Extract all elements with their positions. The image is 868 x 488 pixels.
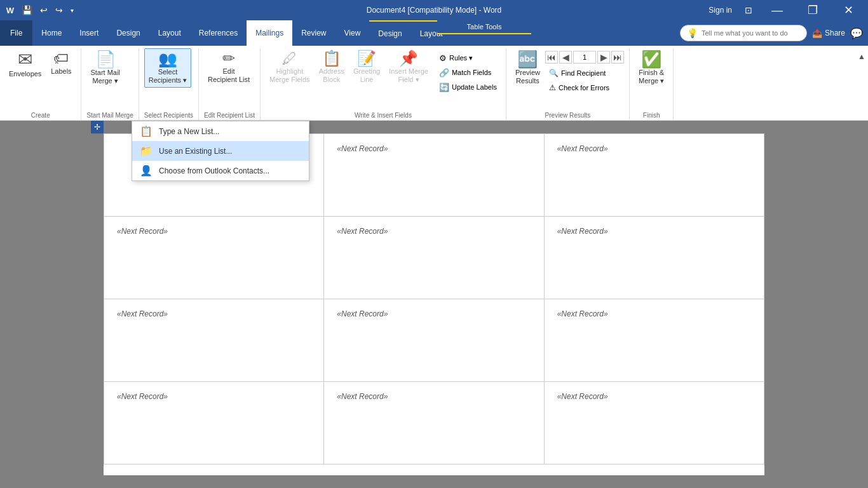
comments-icon[interactable]: 💬: [850, 27, 863, 39]
menu-table-design[interactable]: Design: [369, 20, 410, 46]
use-existing-list-item[interactable]: 📁 Use an Existing List...: [132, 141, 309, 161]
finish-merge-icon: ✅: [641, 51, 661, 67]
check-errors-icon: ⚠: [549, 83, 556, 92]
labels-icon: 🏷: [53, 51, 69, 66]
document-area[interactable]: ✢ «Next Record» «Next Record» «Next Reco…: [0, 121, 868, 488]
table-cell[interactable]: «Next Record»: [324, 217, 544, 299]
content-area: ✢ «Next Record» «Next Record» «Next Reco…: [0, 121, 868, 488]
finish-label: Finish: [635, 109, 668, 120]
ribbon-group-start-mail-merge: 📄 Start MailMerge ▾ Start Mail Merge: [81, 48, 139, 120]
nav-next-button[interactable]: ▶: [597, 51, 610, 64]
update-labels-button[interactable]: 🔄 Update Labels: [435, 80, 501, 94]
greeting-line-icon: 📝: [357, 51, 376, 66]
ribbon-collapse-icon[interactable]: ▲: [858, 52, 865, 61]
menu-review[interactable]: Review: [292, 20, 335, 46]
choose-outlook-icon: 👤: [140, 165, 153, 177]
title-bar: W 💾 ↩ ↪ ▾ Document4 [Compatibility Mode]…: [0, 0, 868, 20]
select-recipients-dropdown: 📋 Type a New List... 📁 Use an Existing L…: [132, 121, 309, 181]
type-new-list-icon: 📋: [140, 125, 153, 137]
redo-icon[interactable]: ↪: [53, 4, 65, 17]
title-bar-right: Sign in ⊡ — ❐ ✕: [709, 0, 863, 20]
ribbon-display-icon[interactable]: ⊡: [745, 5, 752, 15]
table-row: «Next Record» «Next Record» «Next Record…: [104, 217, 764, 299]
tell-me-input[interactable]: [702, 29, 800, 37]
ribbon-group-write-insert: 🖊 HighlightMerge Fields 📋 AddressBlock 📝…: [261, 48, 506, 120]
labels-button[interactable]: 🏷 Labels: [46, 48, 76, 78]
ribbon-group-preview-results: 🔤 PreviewResults ⏮ ◀ ▶ ⏭ 🔍 Find Recipien…: [506, 48, 630, 120]
nav-page-input[interactable]: [573, 51, 596, 64]
edit-recipient-icon: ✏: [222, 51, 235, 66]
start-mail-merge-icon: 📄: [95, 51, 116, 67]
check-for-errors-button[interactable]: ⚠ Check for Errors: [545, 81, 624, 95]
match-fields-button[interactable]: 🔗 Match Fields: [435, 65, 501, 79]
create-group-label: Create: [5, 109, 76, 120]
maximize-button[interactable]: ❐: [798, 0, 827, 20]
table-cell[interactable]: «Next Record»: [104, 299, 324, 382]
use-existing-list-icon: 📁: [140, 145, 153, 157]
finish-merge-button[interactable]: ✅ Finish &Merge ▾: [635, 48, 668, 88]
menu-file[interactable]: File: [0, 20, 32, 46]
share-button[interactable]: 📤 Share: [812, 29, 845, 38]
save-icon[interactable]: 💾: [19, 4, 35, 17]
menu-layout[interactable]: Layout: [149, 20, 190, 46]
greeting-line-button[interactable]: 📝 GreetingLine: [349, 48, 384, 86]
quick-access-toolbar[interactable]: 💾 ↩ ↪ ▾: [19, 4, 76, 17]
find-recipient-button[interactable]: 🔍 Find Recipient: [545, 66, 624, 80]
table-cell[interactable]: «Next Record»: [104, 382, 324, 464]
preview-results-label: Preview Results: [512, 109, 624, 120]
find-recipient-icon: 🔍: [549, 69, 559, 78]
signin-label[interactable]: Sign in: [709, 6, 732, 15]
table-cell[interactable]: «Next Record»: [324, 134, 544, 217]
undo-icon[interactable]: ↩: [37, 4, 50, 17]
table-cell[interactable]: «Next Record»: [544, 299, 764, 382]
select-recipients-icon: 👥: [158, 51, 177, 67]
insert-merge-field-button[interactable]: 📌 Insert MergeField ▾: [385, 48, 432, 86]
edit-recipient-label: Edit Recipient List: [204, 109, 255, 120]
table-cell[interactable]: «Next Record»: [544, 134, 764, 217]
lightbulb-icon: 💡: [687, 28, 698, 38]
minimize-button[interactable]: —: [763, 0, 792, 20]
preview-results-button[interactable]: 🔤 PreviewResults: [512, 48, 544, 88]
menu-references[interactable]: References: [190, 20, 247, 46]
table-cell[interactable]: «Next Record»: [544, 382, 764, 464]
word-icon: W: [5, 5, 15, 15]
close-button[interactable]: ✕: [834, 0, 863, 20]
rules-icon: ⚙: [439, 53, 447, 63]
nav-row: ⏮ ◀ ▶ ⏭: [545, 51, 624, 64]
envelopes-button[interactable]: ✉ Envelopes: [5, 48, 45, 81]
title-bar-title: Document4 [Compatibility Mode] - Word: [367, 6, 502, 15]
start-mail-merge-button[interactable]: 📄 Start MailMerge ▾: [86, 48, 123, 88]
edit-recipient-list-button[interactable]: ✏ EditRecipient List: [204, 48, 254, 86]
table-tools-label: Table Tools: [437, 20, 531, 34]
nav-first-button[interactable]: ⏮: [545, 51, 558, 64]
match-fields-icon: 🔗: [439, 68, 449, 78]
tell-me-bar[interactable]: 💡: [680, 25, 807, 41]
document-page: ✢ «Next Record» «Next Record» «Next Reco…: [104, 133, 764, 475]
table-cell[interactable]: «Next Record»: [324, 299, 544, 382]
select-recipients-button[interactable]: 👥 SelectRecipients ▾: [144, 48, 191, 88]
update-labels-icon: 🔄: [439, 83, 449, 92]
menu-home[interactable]: Home: [32, 20, 71, 46]
address-block-button[interactable]: 📋 AddressBlock: [315, 48, 348, 86]
insert-merge-field-icon: 📌: [399, 51, 418, 66]
choose-from-outlook-item[interactable]: 👤 Choose from Outlook Contacts...: [132, 161, 309, 180]
menu-mailings[interactable]: Mailings: [247, 20, 292, 46]
move-handle[interactable]: ✢: [91, 121, 104, 133]
highlight-merge-fields-button[interactable]: 🖊 HighlightMerge Fields: [266, 48, 314, 86]
table-cell[interactable]: «Next Record»: [544, 217, 764, 299]
table-row: «Next Record» «Next Record» «Next Record…: [104, 382, 764, 464]
menu-view[interactable]: View: [336, 20, 370, 46]
menu-design[interactable]: Design: [107, 20, 149, 46]
customize-qa-icon[interactable]: ▾: [68, 6, 76, 15]
type-new-list-item[interactable]: 📋 Type a New List...: [132, 121, 309, 141]
rules-button[interactable]: ⚙ Rules ▾: [435, 51, 501, 65]
table-cell[interactable]: «Next Record»: [104, 217, 324, 299]
ribbon-group-finish: ✅ Finish &Merge ▾ Finish: [630, 48, 674, 120]
menu-insert[interactable]: Insert: [71, 20, 107, 46]
ribbon-group-create: ✉ Envelopes 🏷 Labels Create: [0, 48, 81, 120]
highlight-merge-fields-icon: 🖊: [282, 51, 297, 66]
nav-prev-button[interactable]: ◀: [559, 51, 572, 64]
table-cell[interactable]: «Next Record»: [324, 382, 544, 464]
nav-last-button[interactable]: ⏭: [611, 51, 624, 64]
title-bar-left: W 💾 ↩ ↪ ▾: [5, 4, 76, 17]
